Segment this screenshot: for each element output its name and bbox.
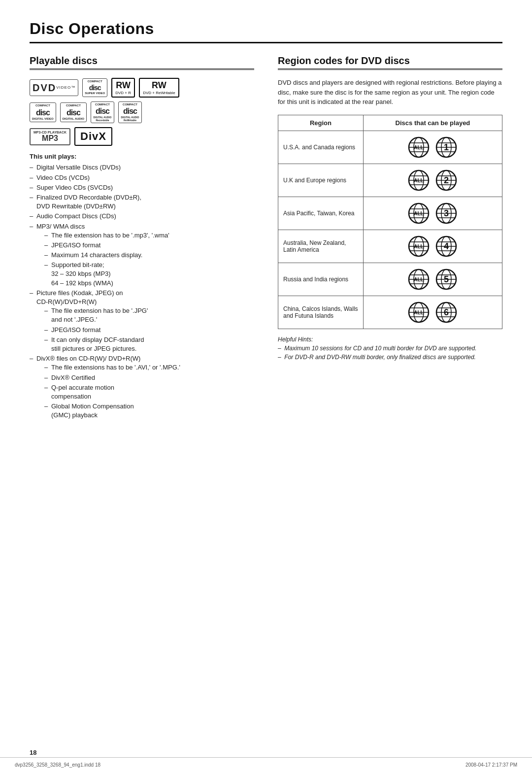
numbered-globe-icon: 6	[435, 301, 458, 324]
region-disc-cell: ALL 2	[363, 164, 502, 197]
footer-bar: dvp3256_3258_3268_94_eng1.indd 18 2008-0…	[0, 757, 532, 772]
title-rule	[30, 42, 502, 43]
helpful-hints: Helpful Hints: – Maximum 10 sessions for…	[278, 335, 502, 362]
list-item: The file extensions has to be '.AVI,' or…	[44, 363, 254, 372]
list-item: JPEG/ISO format	[44, 326, 254, 335]
table-row: Asia Pacific, Taiwan, Korea ALL 3	[278, 197, 502, 230]
svg-text:ALL: ALL	[414, 277, 424, 282]
disc-icons-row: ALL 6	[368, 301, 497, 324]
cd-digital-audio-logo: COMPACT disc DIGITAL AUDIO	[60, 102, 87, 122]
region-name-cell: U.K and Europe regions	[278, 164, 364, 197]
list-item: Supported bit-rate;32 – 320 kbps (MP3)64…	[44, 261, 254, 288]
region-name-cell: Asia Pacific, Taiwan, Korea	[278, 197, 364, 230]
list-item: The file extension has to be '.JPG'and n…	[44, 306, 254, 324]
table-row: China, Calcos Islands, Walls and Futuna …	[278, 296, 502, 329]
disc-logos-row2: COMPACT disc DIGITAL VIDEO COMPACT disc …	[30, 101, 254, 123]
all-globe-icon: ALL	[407, 202, 430, 225]
disc-icons-row: ALL 4	[368, 235, 497, 258]
all-globe-icon: ALL	[407, 301, 430, 324]
table-row: Russia and India regions ALL 5	[278, 263, 502, 296]
dvd-video-logo: DVD VIDEO™	[30, 79, 78, 96]
list-item: DivX® files on CD-R(W)/ DVD+R(W) The fil…	[30, 354, 254, 420]
table-row: U.S.A. and Canada regions ALL 1	[278, 131, 502, 164]
svg-text:4: 4	[444, 241, 449, 251]
all-globe-icon: ALL	[407, 268, 430, 291]
svg-text:ALL: ALL	[414, 211, 424, 216]
svg-text:1: 1	[444, 142, 449, 152]
list-item: Global Motion Compensation(GMC) playback	[44, 402, 254, 420]
page: Disc Operations Playable discs DVD VIDEO…	[0, 0, 532, 772]
helpful-hints-title: Helpful Hints:	[278, 336, 313, 343]
mp3-logo: MP3-CD PLAYBACK MP3	[30, 128, 70, 145]
list-item: Digital Versatile Discs (DVDs)	[30, 163, 254, 172]
cd-digital-audio-rewritable-logo: COMPACT disc DIGITAL AUDIO ReWritable	[118, 101, 142, 123]
list-item: Audio Compact Discs (CDs)	[30, 212, 254, 221]
numbered-globe-icon: 1	[435, 136, 458, 159]
region-name-cell: Australia, New Zealand, Latin America	[278, 230, 364, 263]
mp3-sub-list: The file extension has to be '.mp3', '.w…	[44, 231, 254, 288]
dvd-plus-rw-logo: RW DVD + ReWritable	[139, 78, 179, 98]
region-col-header: Region	[278, 115, 364, 131]
two-column-layout: Playable discs DVD VIDEO™ COMPACT disc S…	[30, 55, 502, 421]
this-unit-plays-section: This unit plays: Digital Versatile Discs…	[30, 153, 254, 420]
all-globe-icon: ALL	[407, 136, 430, 159]
picture-sub-list: The file extension has to be '.JPG'and n…	[44, 306, 254, 353]
section-divider-right	[278, 68, 502, 70]
list-item: MP3/ WMA discs The file extension has to…	[30, 222, 254, 288]
svg-text:ALL: ALL	[414, 145, 424, 150]
region-disc-cell: ALL 1	[363, 131, 502, 164]
page-title: Disc Operations	[30, 20, 502, 38]
page-number: 18	[30, 749, 36, 756]
disc-icons-row: ALL 5	[368, 268, 497, 291]
footer-right: 2008-04-17 2:17:37 PM	[466, 762, 517, 768]
region-disc-cell: ALL 4	[363, 230, 502, 263]
list-item: Super Video CDs (SVCDs)	[30, 183, 254, 192]
right-column: Region codes for DVD discs DVD discs and…	[278, 55, 502, 362]
list-item: Maximum 14 characters display.	[44, 251, 254, 260]
region-intro-text: DVD discs and players are designed with …	[278, 78, 502, 107]
list-item: It can only display DCF-standardstill pi…	[44, 336, 254, 353]
svg-text:2: 2	[444, 175, 449, 185]
left-column: Playable discs DVD VIDEO™ COMPACT disc S…	[30, 55, 254, 421]
disc-icons-row: ALL 1	[368, 136, 497, 159]
numbered-globe-icon: 3	[435, 202, 458, 225]
list-item: JPEG/ISO format	[44, 241, 254, 250]
list-item: The file extension has to be '.mp3', '.w…	[44, 231, 254, 240]
region-codes-title: Region codes for DVD discs	[278, 55, 502, 67]
svg-text:ALL: ALL	[414, 178, 424, 183]
helpful-hint-2: – For DVD-R and DVD-RW multi border, onl…	[278, 354, 476, 361]
disc-logos-row3: MP3-CD PLAYBACK MP3 DivX	[30, 127, 254, 146]
region-disc-cell: ALL 6	[363, 296, 502, 329]
plays-list: Digital Versatile Discs (DVDs) Video CDs…	[30, 163, 254, 420]
disc-icons-row: ALL 3	[368, 202, 497, 225]
region-table: Region Discs that can be played U.S.A. a…	[278, 115, 502, 329]
region-name-cell: Russia and India regions	[278, 263, 364, 296]
region-name-cell: China, Calcos Islands, Walls and Futuna …	[278, 296, 364, 329]
list-item: Picture files (Kodak, JPEG) onCD-R(W)/DV…	[30, 289, 254, 353]
table-header-row: Region Discs that can be played	[278, 115, 502, 131]
numbered-globe-icon: 4	[435, 235, 458, 258]
numbered-globe-icon: 2	[435, 169, 458, 192]
list-item: Q-pel accurate motioncompensation	[44, 383, 254, 401]
dvd-plus-r-logo: RW DVD + R	[111, 78, 135, 98]
disc-logos-row1: DVD VIDEO™ COMPACT disc SUPER VIDEO RW D…	[30, 78, 254, 98]
region-disc-cell: ALL 5	[363, 263, 502, 296]
svg-text:ALL: ALL	[414, 310, 424, 315]
table-row: Australia, New Zealand, Latin America AL…	[278, 230, 502, 263]
footer-left: dvp3256_3258_3268_94_eng1.indd 18	[15, 762, 100, 768]
svg-text:ALL: ALL	[414, 244, 424, 249]
helpful-hint-1: – Maximum 10 sessions for CD and 10 mult…	[278, 345, 477, 352]
all-globe-icon: ALL	[407, 169, 430, 192]
numbered-globe-icon: 5	[435, 268, 458, 291]
divx-logo: DivX	[74, 127, 112, 146]
svg-text:3: 3	[444, 208, 449, 218]
svg-text:5: 5	[444, 274, 449, 284]
all-globe-icon: ALL	[407, 235, 430, 258]
list-item: Video CDs (VCDs)	[30, 173, 254, 182]
cd-super-video-logo: COMPACT disc SUPER VIDEO	[82, 78, 107, 97]
region-disc-cell: ALL 3	[363, 197, 502, 230]
discs-col-header: Discs that can be played	[363, 115, 502, 131]
region-name-cell: U.S.A. and Canada regions	[278, 131, 364, 164]
list-item: DivX® Certified	[44, 373, 254, 382]
list-item: Finalized DVD Recordable (DVD±R),DVD Rew…	[30, 193, 254, 211]
